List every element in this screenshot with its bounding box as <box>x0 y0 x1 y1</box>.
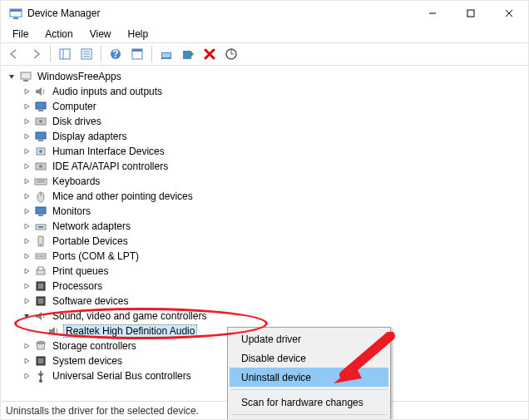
svg-point-57 <box>39 379 42 383</box>
chevron-right-icon[interactable] <box>21 146 32 157</box>
chevron-right-icon[interactable] <box>21 101 32 112</box>
svg-rect-16 <box>132 49 142 52</box>
svg-rect-56 <box>38 358 43 363</box>
update-driver-button[interactable] <box>156 44 176 64</box>
device-icon <box>34 175 47 188</box>
device-icon <box>34 130 47 143</box>
tree-item[interactable]: Human Interface Devices <box>2 144 527 159</box>
chevron-right-icon[interactable] <box>21 116 32 127</box>
chevron-right-icon[interactable] <box>21 86 32 97</box>
chevron-right-icon[interactable] <box>21 355 32 367</box>
tree-item[interactable]: Keyboards <box>2 174 527 189</box>
minimize-button[interactable] <box>413 1 452 26</box>
tree-item-label: Audio inputs and outputs <box>51 86 164 97</box>
tree-root[interactable]: WindowsFreeApps <box>2 69 527 84</box>
tree-item[interactable]: Processors <box>2 279 527 294</box>
menu-file[interactable]: File <box>6 27 35 42</box>
ctx-disable-device[interactable]: Disable device <box>230 348 388 368</box>
svg-rect-27 <box>36 132 46 139</box>
svg-point-43 <box>40 244 42 245</box>
chevron-right-icon[interactable] <box>21 220 32 232</box>
chevron-right-icon[interactable] <box>21 235 32 247</box>
device-icon <box>34 160 47 173</box>
chevron-right-icon[interactable] <box>21 265 32 277</box>
chevron-right-icon[interactable] <box>21 250 32 262</box>
properties-button[interactable] <box>77 44 96 64</box>
svg-point-47 <box>42 255 44 257</box>
help-button[interactable]: ? <box>106 44 126 64</box>
chevron-right-icon[interactable] <box>21 295 32 307</box>
svg-rect-21 <box>21 72 31 79</box>
device-icon <box>34 115 47 128</box>
tree-item-label: Network adapters <box>51 220 132 232</box>
show-hide-tree-button[interactable] <box>55 44 75 64</box>
svg-rect-19 <box>183 51 191 59</box>
svg-rect-7 <box>60 49 70 59</box>
device-icon <box>34 190 47 203</box>
forward-button[interactable] <box>26 44 46 64</box>
tree-item-label: Universal Serial Bus controllers <box>51 370 193 382</box>
back-button[interactable] <box>4 44 24 64</box>
chevron-right-icon[interactable] <box>21 175 32 187</box>
tree-item-label: System devices <box>51 355 124 367</box>
tree-item[interactable]: IDE ATA/ATAPI controllers <box>2 159 527 174</box>
chevron-right-icon[interactable] <box>21 280 32 292</box>
device-icon <box>34 309 47 323</box>
tree-item[interactable]: Ports (COM & LPT) <box>2 249 527 264</box>
ctx-separator <box>231 414 387 415</box>
device-icon <box>34 205 47 218</box>
chevron-right-icon[interactable] <box>21 190 32 202</box>
context-menu: Update driver Disable device Uninstall d… <box>227 327 391 420</box>
close-button[interactable] <box>490 1 528 26</box>
svg-rect-38 <box>36 207 46 214</box>
menu-action[interactable]: Action <box>38 27 79 42</box>
chevron-right-icon[interactable] <box>21 131 32 142</box>
svg-point-26 <box>39 120 42 123</box>
scan-hardware-button[interactable] <box>221 44 241 64</box>
tree-item[interactable]: Print queues <box>2 264 527 279</box>
ctx-scan-hardware[interactable]: Scan for hardware changes <box>230 393 388 412</box>
tree-item[interactable]: Software devices <box>2 294 527 309</box>
uninstall-button[interactable] <box>200 44 220 64</box>
menu-help[interactable]: Help <box>121 27 156 42</box>
chevron-right-icon[interactable] <box>21 370 32 382</box>
chevron-right-icon[interactable] <box>21 205 32 217</box>
tree-item-label: Storage controllers <box>51 340 138 352</box>
tree-item[interactable]: Display adapters <box>2 129 527 144</box>
tree-item[interactable]: Mice and other pointing devices <box>2 189 527 204</box>
device-icon <box>34 369 47 383</box>
tree-item[interactable]: Computer <box>2 99 527 114</box>
tree-item[interactable]: Portable Devices <box>2 234 527 249</box>
device-icon <box>34 339 47 353</box>
enable-device-button[interactable] <box>178 44 198 64</box>
ctx-uninstall-device[interactable]: Uninstall device <box>230 368 388 387</box>
svg-point-46 <box>40 255 42 257</box>
svg-rect-2 <box>13 17 18 19</box>
svg-rect-1 <box>10 9 22 12</box>
svg-rect-41 <box>38 226 43 228</box>
tree-item[interactable]: Audio inputs and outputs <box>2 84 527 99</box>
chevron-down-icon[interactable] <box>21 310 32 322</box>
tree-item-label: Processors <box>51 280 104 292</box>
tree-item[interactable]: Monitors <box>2 204 527 219</box>
maximize-button[interactable] <box>452 1 490 26</box>
chevron-right-icon[interactable] <box>21 161 32 172</box>
tree-item[interactable]: Disk drives <box>2 114 527 129</box>
view-menu-button[interactable] <box>127 44 147 64</box>
svg-point-30 <box>39 150 42 153</box>
svg-rect-53 <box>38 299 43 304</box>
svg-rect-49 <box>38 267 43 270</box>
device-icon <box>34 145 47 158</box>
tree-item-label: Portable Devices <box>51 235 130 247</box>
tree-item-label: Display adapters <box>51 131 128 142</box>
tree-item-label: Monitors <box>51 205 92 217</box>
app-icon <box>9 7 22 20</box>
ctx-update-driver[interactable]: Update driver <box>230 329 388 348</box>
svg-rect-22 <box>23 80 28 82</box>
chevron-right-icon[interactable] <box>21 340 32 352</box>
menu-view[interactable]: View <box>83 27 118 42</box>
svg-point-45 <box>37 255 39 257</box>
tree-item[interactable]: Sound, video and game controllers <box>2 309 527 324</box>
chevron-down-icon[interactable] <box>6 71 17 82</box>
tree-item[interactable]: Network adapters <box>2 219 527 234</box>
